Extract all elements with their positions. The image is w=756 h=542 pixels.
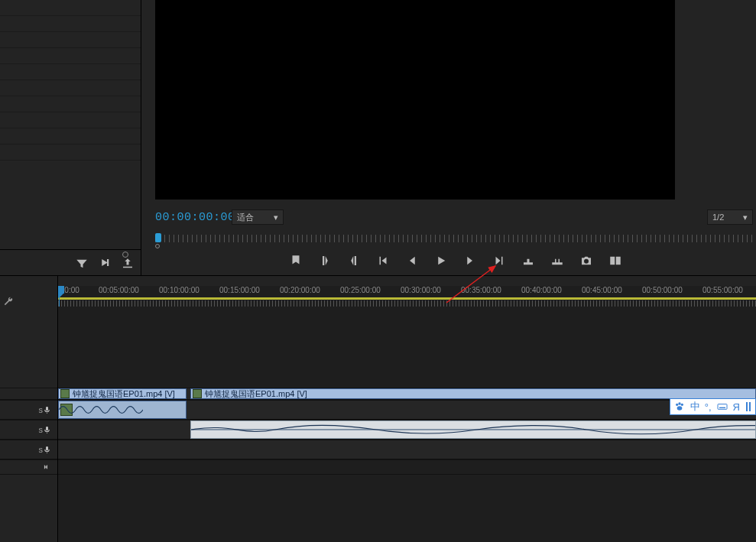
lift-button[interactable] (521, 254, 535, 268)
svg-point-5 (677, 406, 682, 410)
track-head-a3[interactable]: s (0, 440, 57, 459)
step-forward-button[interactable] (463, 254, 477, 268)
ime-more-icon[interactable] (745, 401, 752, 413)
svg-rect-9 (749, 402, 751, 411)
preview-viewport[interactable] (155, 0, 675, 200)
scrub-dot-icon (155, 244, 160, 248)
ruler-tick: 00:25:00:00 (340, 286, 381, 294)
keyboard-icon[interactable] (716, 401, 728, 413)
svg-rect-6 (718, 404, 727, 410)
audio-clip[interactable] (190, 420, 756, 439)
fit-label: 适合 (237, 212, 254, 223)
mark-in-button[interactable] (318, 254, 332, 268)
track-head-master[interactable] (0, 459, 57, 475)
clip-label: 钟馗捉鬼国语EP01.mp4 [V] (73, 388, 175, 399)
svg-point-4 (680, 404, 683, 406)
clip-label: 钟馗捉鬼国语EP01.mp4 [V] (205, 388, 307, 399)
waveform-icon (191, 421, 756, 438)
ruler-tick: 00:15:00:00 (219, 286, 260, 294)
mic-icon (43, 426, 51, 434)
add-marker-button[interactable] (289, 254, 303, 268)
export-icon[interactable] (121, 257, 135, 271)
ruler-tick: 00:30:00:00 (401, 286, 441, 294)
track-headers: s s s (0, 307, 58, 542)
timeline-tools-header (0, 276, 58, 307)
mark-out-button[interactable] (347, 254, 361, 268)
filter-icon[interactable] (75, 257, 89, 271)
timeline-panel: :00:00 00:05:00:00 00:10:00:00 00:15:00:… (0, 275, 756, 542)
monitor-scrubber[interactable] (155, 233, 753, 244)
ruler-tick: 00:20:00:00 (280, 286, 320, 294)
track-a3[interactable] (58, 440, 756, 459)
ruler-tick: 00:55:00:00 (702, 286, 743, 294)
ime-mode-toggle[interactable]: 中 (690, 400, 700, 414)
resolution-dropdown[interactable]: 1/2 ▾ (707, 209, 753, 225)
ruler-tick: 00:50:00:00 (642, 286, 683, 294)
play-button[interactable] (434, 254, 448, 268)
audio-clip[interactable] (58, 401, 187, 419)
mic-icon (43, 406, 51, 414)
ruler-tick: 00:35:00:00 (461, 286, 501, 294)
svg-point-3 (678, 402, 680, 404)
ruler-tick: 00:40:00:00 (521, 286, 562, 294)
transport-controls (155, 249, 756, 275)
ruler-tick: 00:05:00:00 (99, 286, 139, 294)
track-head-a1[interactable]: s (0, 400, 57, 420)
track-head-a2[interactable]: s (0, 420, 57, 440)
step-back-button[interactable] (405, 254, 419, 268)
new-item-icon[interactable] (98, 257, 112, 271)
ime-user-icon[interactable]: Я (733, 401, 740, 413)
go-to-out-button[interactable] (492, 254, 506, 268)
scrubber-playhead[interactable] (155, 233, 161, 242)
sync-lock-icon (41, 462, 51, 472)
program-monitor: 00:00:00:00 适合 ▾ 1/2 ▾ (141, 0, 756, 275)
comparison-view-button[interactable] (608, 254, 622, 268)
ime-toolbar[interactable]: 中 °, Я (670, 398, 756, 415)
chevron-down-icon: ▾ (743, 213, 748, 222)
clip-thumbnail (60, 404, 73, 416)
track-a1[interactable] (58, 400, 756, 420)
timeline-ruler[interactable]: :00:00 00:05:00:00 00:10:00:00 00:15:00:… (58, 276, 756, 307)
resolution-label: 1/2 (712, 213, 724, 222)
video-clip[interactable]: 钟馗捉鬼国语EP01.mp4 [V] (58, 388, 187, 399)
export-frame-button[interactable] (579, 254, 593, 268)
timeline-playhead[interactable] (59, 286, 60, 307)
track-v1[interactable]: 钟馗捉鬼国语EP01.mp4 [V] 钟馗捉鬼国语EP01.mp4 [V] (58, 388, 756, 400)
project-list[interactable] (0, 0, 141, 249)
svg-rect-7 (719, 407, 725, 408)
clip-thumbnail (60, 389, 70, 398)
ime-punct-toggle[interactable]: °, (705, 401, 712, 413)
chevron-down-icon: ▾ (274, 213, 278, 222)
mic-icon (43, 446, 51, 454)
track-a2[interactable] (58, 420, 756, 440)
extract-button[interactable] (550, 254, 564, 268)
paw-icon[interactable] (673, 401, 686, 413)
ruler-tick: 00:10:00:00 (159, 286, 200, 294)
playhead-timecode[interactable]: 00:00:00:00 (155, 211, 218, 224)
timeline-tracks[interactable]: 钟馗捉鬼国语EP01.mp4 [V] 钟馗捉鬼国语EP01.mp4 [V] (58, 307, 756, 542)
wrench-icon[interactable] (3, 296, 14, 307)
clip-thumbnail (193, 389, 202, 398)
video-clip[interactable]: 钟馗捉鬼国语EP01.mp4 [V] (190, 388, 756, 399)
track-head-v1[interactable] (0, 388, 57, 400)
svg-rect-0 (107, 259, 109, 266)
zoom-fit-dropdown[interactable]: 适合 ▾ (232, 209, 284, 225)
svg-point-2 (676, 404, 678, 406)
go-to-in-button[interactable] (376, 254, 390, 268)
track-master[interactable] (58, 459, 756, 475)
ruler-tick: 00:45:00:00 (582, 286, 622, 294)
project-panel (0, 0, 141, 275)
svg-rect-8 (746, 402, 748, 411)
